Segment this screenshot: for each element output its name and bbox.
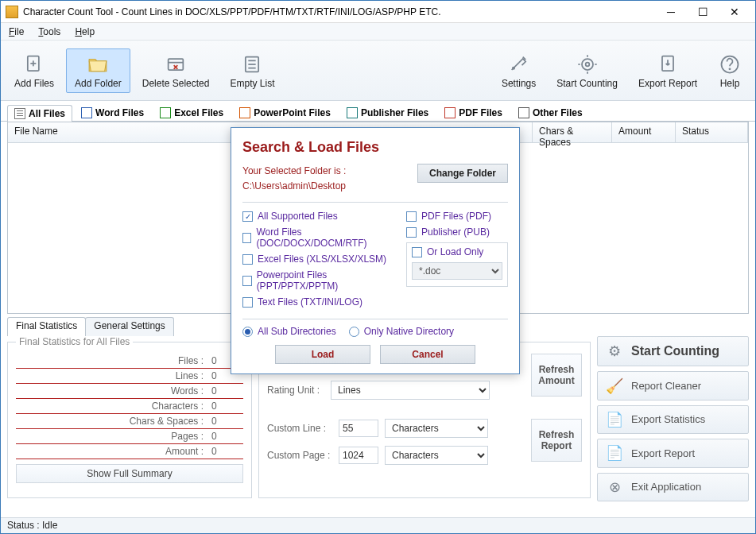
radio-all-sub[interactable] (242, 327, 253, 337)
publisher-icon (347, 107, 358, 118)
add-files-button[interactable]: Add Files (6, 48, 63, 93)
exit-icon: ⊗ (606, 478, 623, 496)
svg-rect-3 (169, 59, 184, 70)
col-chars-spaces[interactable]: Chars & Spaces (533, 122, 612, 142)
chk-publisher[interactable] (406, 227, 417, 238)
document-icon: 📄 (606, 444, 623, 462)
settings-icon (507, 52, 531, 76)
chk-excel[interactable] (242, 254, 253, 265)
custom-page-label: Custom Page : (267, 450, 332, 461)
chk-word[interactable] (242, 233, 251, 243)
export-icon (656, 52, 680, 76)
characters-value: 0 (211, 400, 243, 412)
dialog-title: Search & Load Files (242, 139, 508, 156)
load-button[interactable]: Load (275, 345, 370, 364)
load-only-select[interactable]: *.doc (412, 262, 502, 280)
amount-label: Amount : (16, 446, 204, 457)
help-icon (718, 52, 742, 76)
add-folder-button[interactable]: Add Folder (66, 48, 130, 93)
radio-native-only[interactable] (349, 327, 359, 337)
final-stats-legend: Final Statistics for All Files (16, 336, 133, 347)
custom-line-input[interactable] (339, 420, 378, 437)
delete-selected-button[interactable]: Delete Selected (134, 48, 219, 93)
tab-final-statistics[interactable]: Final Statistics (7, 317, 86, 336)
menu-file[interactable]: File (9, 26, 24, 37)
chk-powerpoint[interactable] (242, 276, 252, 286)
words-value: 0 (211, 385, 243, 397)
export-statistics-button[interactable]: 📄 Export Statistics (597, 405, 749, 434)
empty-list-icon (240, 52, 264, 76)
excel-icon (160, 107, 171, 118)
add-files-icon (22, 52, 46, 76)
export-report-main-button[interactable]: 📄 Export Report (597, 439, 749, 467)
custom-page-unit-select[interactable]: Characters (385, 446, 488, 465)
pdf-icon (444, 107, 456, 118)
broom-icon: 🧹 (606, 377, 623, 395)
statusbar: Status : Idle (1, 517, 755, 533)
selected-folder-label: Your Selected Folder is : (242, 164, 409, 179)
gear-icon (576, 52, 599, 76)
start-counting-button[interactable]: Start Counting (548, 48, 626, 93)
delete-icon (164, 52, 188, 76)
cancel-button[interactable]: Cancel (380, 345, 475, 364)
lines-label: Lines : (16, 370, 204, 381)
search-load-dialog: Search & Load Files Your Selected Folder… (231, 127, 520, 374)
chars-spaces-value: 0 (211, 416, 243, 427)
toolbar: Add Files Add Folder Delete Selected Emp… (1, 41, 755, 101)
file-type-tabs: All Files Word Files Excel Files PowerPo… (1, 101, 755, 122)
tab-pdf-files[interactable]: PDF Files (437, 104, 510, 121)
tab-excel-files[interactable]: Excel Files (153, 104, 231, 121)
col-amount[interactable]: Amount (612, 122, 676, 142)
app-icon (6, 6, 18, 18)
add-folder-icon (86, 52, 110, 76)
show-full-summary-button[interactable]: Show Full Summary (16, 464, 243, 483)
menu-tools[interactable]: Tools (38, 26, 60, 37)
rating-unit-select[interactable]: Lines (331, 381, 490, 400)
custom-page-input[interactable] (339, 447, 378, 464)
report-cleaner-button[interactable]: 🧹 Report Cleaner (597, 371, 749, 400)
tab-general-settings[interactable]: General Settings (85, 317, 173, 336)
words-label: Words : (16, 385, 204, 397)
col-status[interactable]: Status (676, 122, 748, 142)
tab-publisher-files[interactable]: Publisher Files (339, 104, 436, 121)
word-icon (81, 107, 92, 118)
amount-value: 0 (211, 446, 243, 457)
pages-value: 0 (211, 431, 243, 442)
svg-point-12 (582, 59, 593, 70)
gear-icon: ⚙ (606, 342, 623, 360)
selected-folder-path: C:\Users\admin\Desktop (242, 179, 409, 194)
start-counting-main-button[interactable]: ⚙ Start Counting (597, 336, 749, 366)
menu-help[interactable]: Help (75, 26, 95, 37)
tab-all-files[interactable]: All Files (7, 105, 72, 122)
custom-line-unit-select[interactable]: Characters (385, 419, 488, 438)
close-button[interactable]: ✕ (719, 2, 750, 22)
rating-unit-label: Rating Unit : (267, 385, 324, 396)
all-files-icon (14, 108, 25, 119)
svg-point-20 (729, 68, 730, 69)
custom-line-label: Custom Line : (267, 423, 332, 434)
pages-label: Pages : (16, 431, 204, 442)
svg-point-13 (585, 62, 589, 66)
settings-button[interactable]: Settings (493, 48, 545, 93)
tab-word-files[interactable]: Word Files (74, 104, 151, 121)
chk-load-only[interactable] (412, 247, 422, 257)
maximize-button[interactable]: ☐ (687, 2, 719, 22)
refresh-report-button[interactable]: Refresh Report (531, 419, 582, 462)
tab-other-files[interactable]: Other Files (511, 104, 590, 121)
empty-list-button[interactable]: Empty List (221, 48, 283, 93)
chk-pdf[interactable] (406, 211, 417, 222)
refresh-amount-button[interactable]: Refresh Amount (531, 354, 582, 397)
change-folder-button[interactable]: Change Folder (417, 164, 508, 183)
powerpoint-icon (239, 107, 250, 118)
tab-powerpoint-files[interactable]: PowerPoint Files (232, 104, 338, 121)
minimize-button[interactable]: ─ (655, 2, 687, 22)
window-title: Character Count Tool - Count Lines in DO… (23, 6, 655, 17)
final-statistics-panel: Final Statistics for All Files Files :0 … (7, 336, 252, 498)
titlebar: Character Count Tool - Count Lines in DO… (1, 1, 755, 23)
chk-text[interactable] (242, 297, 253, 308)
exit-application-button[interactable]: ⊗ Exit Application (597, 473, 749, 501)
export-report-button[interactable]: Export Report (630, 48, 706, 93)
chk-all-supported[interactable]: ✓ (242, 211, 253, 222)
help-button[interactable]: Help (709, 48, 750, 93)
menubar: File Tools Help (1, 23, 755, 41)
